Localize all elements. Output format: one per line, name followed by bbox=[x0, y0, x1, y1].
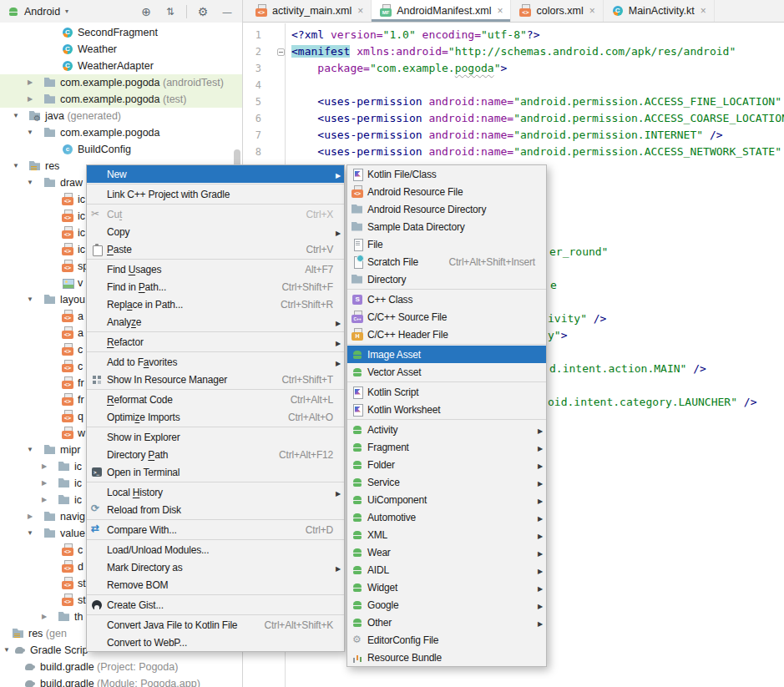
close-icon[interactable]: × bbox=[589, 5, 595, 17]
chevron-collapsed-icon[interactable]: ▶ bbox=[25, 508, 35, 525]
menu-item-file[interactable]: File bbox=[347, 235, 546, 253]
close-icon[interactable]: × bbox=[497, 5, 503, 17]
menu-item-google[interactable]: Google bbox=[347, 596, 546, 614]
menu-item-folder[interactable]: Folder bbox=[347, 456, 546, 473]
menu-item-show-in-explorer[interactable]: Show in Explorer bbox=[87, 428, 344, 446]
chevron-expanded-icon[interactable]: ▼ bbox=[11, 108, 21, 124]
menu-item-uicomponent[interactable]: UiComponent bbox=[347, 491, 546, 508]
menu-item-cut[interactable]: CutCtrl+X bbox=[87, 205, 344, 223]
project-view-selector[interactable]: Android bbox=[24, 6, 60, 18]
menu-item-fragment[interactable]: Fragment bbox=[347, 438, 546, 456]
menu-item-copy[interactable]: Copy bbox=[87, 223, 344, 240]
tree-row-java[interactable]: ▼java (generated) bbox=[0, 108, 242, 124]
menu-item-directory-path[interactable]: Directory PathCtrl+Alt+F12 bbox=[87, 446, 344, 463]
menu-item-load-unload-modules[interactable]: Load/Unload Modules... bbox=[87, 541, 344, 558]
menu-item-service[interactable]: Service bbox=[347, 473, 546, 491]
menu-item-compare-with[interactable]: Compare With...Ctrl+D bbox=[87, 521, 344, 538]
menu-item-convert-java-file-to-kotlin-file[interactable]: Convert Java File to Kotlin FileCtrl+Alt… bbox=[87, 616, 344, 634]
chevron-collapsed-icon[interactable]: ▶ bbox=[39, 458, 49, 475]
fold-marker-icon[interactable] bbox=[277, 48, 285, 56]
menu-item-directory[interactable]: Directory bbox=[347, 270, 546, 288]
chevron-expanded-icon[interactable]: ▼ bbox=[25, 525, 35, 542]
tab-activity-main-xml[interactable]: activity_main.xml× bbox=[247, 0, 372, 22]
menu-item-refactor[interactable]: Refactor bbox=[87, 333, 344, 351]
settings-gear-icon[interactable] bbox=[193, 3, 213, 20]
menu-item-c-class[interactable]: C++ Class bbox=[347, 290, 546, 308]
chevron-collapsed-icon[interactable]: ▶ bbox=[39, 475, 49, 492]
menu-item-scratch-file[interactable]: Scratch FileCtrl+Alt+Shift+Insert bbox=[347, 253, 546, 270]
chevron-down-icon[interactable]: ▾ bbox=[65, 8, 68, 15]
menu-item-android-resource-file[interactable]: Android Resource File bbox=[347, 183, 546, 200]
menu-item-kotlin-script[interactable]: Kotlin Script bbox=[347, 383, 546, 401]
menu-item-reformat-code[interactable]: Reformat CodeCtrl+Alt+L bbox=[87, 391, 344, 408]
menu-item-new[interactable]: New bbox=[87, 165, 344, 183]
menu-item-automotive[interactable]: Automotive bbox=[347, 508, 546, 526]
menu-item-android-resource-directory[interactable]: Android Resource Directory bbox=[347, 200, 546, 218]
chevron-collapsed-icon[interactable]: ▶ bbox=[25, 74, 35, 91]
menu-item-find-usages[interactable]: Find UsagesAlt+F7 bbox=[87, 260, 344, 278]
menu-item-wear[interactable]: Wear bbox=[347, 543, 546, 561]
chevron-collapsed-icon[interactable]: ▶ bbox=[39, 492, 49, 508]
tree-row-build-gradle[interactable]: build.gradle (Project: Pogoda) bbox=[0, 659, 242, 675]
collapse-all-icon[interactable] bbox=[160, 3, 180, 20]
menu-item-other[interactable]: Other bbox=[347, 614, 546, 631]
close-icon[interactable]: × bbox=[701, 5, 706, 17]
menu-item-analyze[interactable]: Analyze bbox=[87, 313, 344, 331]
menu-item-find-in-path[interactable]: Find in Path...Ctrl+Shift+F bbox=[87, 278, 344, 296]
tab-androidmanifest-xml[interactable]: AndroidManifest.xml× bbox=[372, 0, 511, 22]
menu-item-kotlin-file-class[interactable]: Kotlin File/Class bbox=[347, 165, 546, 183]
menu-item-optimize-imports[interactable]: Optimize ImportsCtrl+Alt+O bbox=[87, 408, 344, 426]
hide-panel-icon[interactable] bbox=[217, 3, 237, 20]
chevron-expanded-icon[interactable]: ▼ bbox=[25, 174, 35, 191]
menu-item-link-c-project-with-gradle[interactable]: Link C++ Project with Gradle bbox=[87, 185, 344, 203]
chevron-expanded-icon[interactable]: ▼ bbox=[25, 291, 35, 308]
menu-item-remove-bom[interactable]: Remove BOM bbox=[87, 576, 344, 594]
menu-item-kotlin-worksheet[interactable]: Kotlin Worksheet bbox=[347, 401, 546, 418]
tree-row-com-example-pogoda[interactable]: ▶com.example.pogoda (test) bbox=[0, 91, 242, 108]
close-icon[interactable]: × bbox=[357, 5, 363, 17]
menu-item-c-c-header-file[interactable]: C/C++ Header File bbox=[347, 326, 546, 343]
menu-item-create-gist[interactable]: Create Gist... bbox=[87, 596, 344, 614]
tree-row-buildconfig[interactable]: BuildConfig bbox=[0, 141, 242, 158]
chevron-expanded-icon[interactable]: ▼ bbox=[25, 442, 35, 458]
menu-item-c-c-source-file[interactable]: C/C++ Source File bbox=[347, 308, 546, 326]
menu-item-convert-to-webp[interactable]: Convert to WebP... bbox=[87, 634, 344, 651]
chevron-expanded-icon[interactable]: ▼ bbox=[11, 158, 21, 174]
menu-item-label: C++ Class bbox=[367, 294, 412, 306]
tree-row-com-example-pogoda[interactable]: ▶com.example.pogoda (androidTest) bbox=[0, 74, 242, 91]
tree-row-build-gradle[interactable]: build.gradle (Module: Pogoda.app) bbox=[0, 675, 242, 687]
menu-item-paste[interactable]: PasteCtrl+V bbox=[87, 240, 344, 258]
menu-item-resource-bundle[interactable]: Resource Bundle bbox=[347, 649, 546, 666]
tree-row-weatheradapter[interactable]: WeatherAdapter bbox=[0, 58, 242, 74]
menu-shortcut: Ctrl+Alt+L bbox=[282, 394, 333, 406]
tree-row-weather[interactable]: Weather bbox=[0, 41, 242, 58]
tab-mainactivity-kt[interactable]: MainActivity.kt× bbox=[604, 0, 715, 22]
menu-item-add-to-favorites[interactable]: Add to Favorites bbox=[87, 353, 344, 371]
menu-item-activity[interactable]: Activity bbox=[347, 421, 546, 438]
menu-item-vector-asset[interactable]: Vector Asset bbox=[347, 363, 546, 381]
menu-item-widget[interactable]: Widget bbox=[347, 578, 546, 596]
menu-item-image-asset[interactable]: Image Asset bbox=[347, 346, 546, 363]
menu-item-sample-data-directory[interactable]: Sample Data Directory bbox=[347, 218, 546, 235]
locate-file-icon[interactable] bbox=[136, 3, 156, 20]
chevron-collapsed-icon[interactable]: ▶ bbox=[39, 609, 49, 625]
tree-row-com-example-pogoda[interactable]: ▼com.example.pogoda bbox=[0, 124, 242, 141]
menu-item-mark-directory-as[interactable]: Mark Directory as bbox=[87, 558, 344, 576]
menu-item-open-in-terminal[interactable]: Open in Terminal bbox=[87, 463, 344, 481]
chevron-expanded-icon[interactable]: ▼ bbox=[25, 124, 35, 141]
menu-item-label: Open in Terminal bbox=[107, 467, 180, 478]
menu-item-show-in-resource-manager[interactable]: Show In Resource ManagerCtrl+Shift+T bbox=[87, 371, 344, 388]
menu-item-xml[interactable]: XML bbox=[347, 526, 546, 543]
code-token: encoding= bbox=[422, 28, 481, 41]
menu-item-editorconfig-file[interactable]: EditorConfig File bbox=[347, 631, 546, 649]
xml-file-icon bbox=[61, 193, 74, 206]
xml-file-icon bbox=[351, 185, 367, 199]
chevron-expanded-icon[interactable]: ▼ bbox=[2, 642, 12, 659]
chevron-collapsed-icon[interactable]: ▶ bbox=[25, 91, 35, 108]
tree-row-secondfragment[interactable]: SecondFragment bbox=[0, 24, 242, 41]
tab-colors-xml[interactable]: colors.xml× bbox=[511, 0, 603, 22]
menu-item-local-history[interactable]: Local History bbox=[87, 483, 344, 501]
menu-item-replace-in-path[interactable]: Replace in Path...Ctrl+Shift+R bbox=[87, 296, 344, 313]
menu-item-aidl[interactable]: AIDL bbox=[347, 561, 546, 578]
menu-item-reload-from-disk[interactable]: Reload from Disk bbox=[87, 501, 344, 518]
